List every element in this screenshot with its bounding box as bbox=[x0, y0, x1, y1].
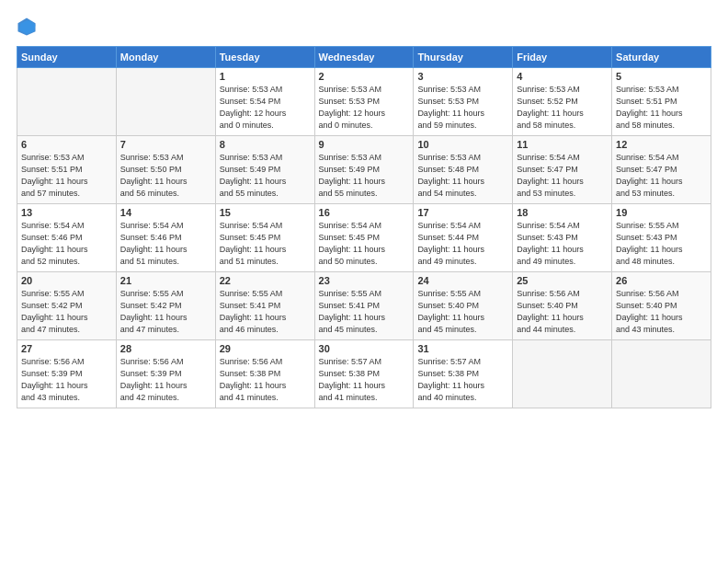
calendar-cell: 23Sunrise: 5:55 AM Sunset: 5:41 PM Dayli… bbox=[314, 272, 414, 340]
day-info: Sunrise: 5:54 AM Sunset: 5:47 PM Dayligh… bbox=[517, 152, 608, 200]
header-row: SundayMondayTuesdayWednesdayThursdayFrid… bbox=[17, 47, 711, 68]
day-info: Sunrise: 5:54 AM Sunset: 5:44 PM Dayligh… bbox=[417, 220, 508, 268]
calendar-cell: 19Sunrise: 5:55 AM Sunset: 5:43 PM Dayli… bbox=[612, 204, 711, 272]
calendar-cell: 7Sunrise: 5:53 AM Sunset: 5:50 PM Daylig… bbox=[116, 136, 215, 204]
day-info: Sunrise: 5:55 AM Sunset: 5:41 PM Dayligh… bbox=[319, 288, 410, 336]
day-number: 21 bbox=[120, 275, 211, 286]
week-row-2: 13Sunrise: 5:54 AM Sunset: 5:46 PM Dayli… bbox=[17, 204, 711, 272]
day-info: Sunrise: 5:53 AM Sunset: 5:48 PM Dayligh… bbox=[417, 152, 508, 200]
day-number: 13 bbox=[21, 207, 112, 218]
calendar-cell: 29Sunrise: 5:56 AM Sunset: 5:38 PM Dayli… bbox=[215, 340, 314, 408]
day-number: 31 bbox=[417, 343, 508, 354]
calendar-cell: 15Sunrise: 5:54 AM Sunset: 5:45 PM Dayli… bbox=[215, 204, 314, 272]
day-info: Sunrise: 5:56 AM Sunset: 5:39 PM Dayligh… bbox=[120, 356, 211, 404]
day-number: 30 bbox=[319, 343, 410, 354]
day-number: 23 bbox=[319, 275, 410, 286]
day-number: 11 bbox=[517, 139, 608, 150]
day-number: 19 bbox=[616, 207, 707, 218]
day-info: Sunrise: 5:55 AM Sunset: 5:43 PM Dayligh… bbox=[616, 220, 707, 268]
day-header-thursday: Thursday bbox=[414, 47, 513, 68]
day-info: Sunrise: 5:53 AM Sunset: 5:49 PM Dayligh… bbox=[220, 152, 311, 200]
day-info: Sunrise: 5:54 AM Sunset: 5:43 PM Dayligh… bbox=[517, 220, 608, 268]
calendar-cell: 11Sunrise: 5:54 AM Sunset: 5:47 PM Dayli… bbox=[513, 136, 612, 204]
day-header-sunday: Sunday bbox=[17, 47, 117, 68]
day-info: Sunrise: 5:55 AM Sunset: 5:42 PM Dayligh… bbox=[120, 288, 211, 336]
day-header-tuesday: Tuesday bbox=[215, 47, 314, 68]
header bbox=[17, 17, 711, 37]
calendar-cell: 26Sunrise: 5:56 AM Sunset: 5:40 PM Dayli… bbox=[612, 272, 711, 340]
calendar-cell: 18Sunrise: 5:54 AM Sunset: 5:43 PM Dayli… bbox=[513, 204, 612, 272]
day-info: Sunrise: 5:54 AM Sunset: 5:45 PM Dayligh… bbox=[220, 220, 311, 268]
day-info: Sunrise: 5:56 AM Sunset: 5:40 PM Dayligh… bbox=[517, 288, 608, 336]
day-number: 27 bbox=[21, 343, 112, 354]
day-number: 22 bbox=[220, 275, 311, 286]
day-info: Sunrise: 5:53 AM Sunset: 5:51 PM Dayligh… bbox=[616, 84, 707, 132]
day-number: 26 bbox=[616, 275, 707, 286]
day-info: Sunrise: 5:54 AM Sunset: 5:46 PM Dayligh… bbox=[21, 220, 112, 268]
day-info: Sunrise: 5:55 AM Sunset: 5:42 PM Dayligh… bbox=[21, 288, 112, 336]
day-info: Sunrise: 5:53 AM Sunset: 5:51 PM Dayligh… bbox=[21, 152, 112, 200]
day-info: Sunrise: 5:53 AM Sunset: 5:53 PM Dayligh… bbox=[319, 84, 410, 132]
calendar-cell bbox=[513, 340, 612, 408]
day-header-wednesday: Wednesday bbox=[314, 47, 414, 68]
day-header-saturday: Saturday bbox=[612, 47, 711, 68]
day-info: Sunrise: 5:54 AM Sunset: 5:45 PM Dayligh… bbox=[319, 220, 410, 268]
day-number: 12 bbox=[616, 139, 707, 150]
day-info: Sunrise: 5:54 AM Sunset: 5:47 PM Dayligh… bbox=[616, 152, 707, 200]
calendar-cell: 6Sunrise: 5:53 AM Sunset: 5:51 PM Daylig… bbox=[17, 136, 117, 204]
day-number: 17 bbox=[417, 207, 508, 218]
calendar-cell: 28Sunrise: 5:56 AM Sunset: 5:39 PM Dayli… bbox=[116, 340, 215, 408]
calendar-cell: 20Sunrise: 5:55 AM Sunset: 5:42 PM Dayli… bbox=[17, 272, 117, 340]
day-info: Sunrise: 5:53 AM Sunset: 5:53 PM Dayligh… bbox=[417, 84, 508, 132]
day-number: 3 bbox=[417, 71, 508, 82]
day-number: 10 bbox=[417, 139, 508, 150]
day-number: 8 bbox=[220, 139, 311, 150]
day-number: 24 bbox=[417, 275, 508, 286]
week-row-3: 20Sunrise: 5:55 AM Sunset: 5:42 PM Dayli… bbox=[17, 272, 711, 340]
day-number: 9 bbox=[319, 139, 410, 150]
day-header-monday: Monday bbox=[116, 47, 215, 68]
calendar-cell: 1Sunrise: 5:53 AM Sunset: 5:54 PM Daylig… bbox=[215, 68, 314, 136]
day-number: 6 bbox=[21, 139, 112, 150]
calendar-cell: 17Sunrise: 5:54 AM Sunset: 5:44 PM Dayli… bbox=[414, 204, 513, 272]
calendar-cell: 3Sunrise: 5:53 AM Sunset: 5:53 PM Daylig… bbox=[414, 68, 513, 136]
logo-icon bbox=[17, 17, 37, 37]
calendar-cell bbox=[116, 68, 215, 136]
calendar-cell: 14Sunrise: 5:54 AM Sunset: 5:46 PM Dayli… bbox=[116, 204, 215, 272]
day-header-friday: Friday bbox=[513, 47, 612, 68]
calendar-cell: 30Sunrise: 5:57 AM Sunset: 5:38 PM Dayli… bbox=[314, 340, 414, 408]
day-number: 7 bbox=[120, 139, 211, 150]
day-info: Sunrise: 5:53 AM Sunset: 5:50 PM Dayligh… bbox=[120, 152, 211, 200]
day-info: Sunrise: 5:53 AM Sunset: 5:49 PM Dayligh… bbox=[319, 152, 410, 200]
calendar-cell: 13Sunrise: 5:54 AM Sunset: 5:46 PM Dayli… bbox=[17, 204, 117, 272]
calendar-cell bbox=[612, 340, 711, 408]
day-number: 18 bbox=[517, 207, 608, 218]
calendar-cell: 10Sunrise: 5:53 AM Sunset: 5:48 PM Dayli… bbox=[414, 136, 513, 204]
calendar-cell bbox=[17, 68, 117, 136]
calendar-cell: 12Sunrise: 5:54 AM Sunset: 5:47 PM Dayli… bbox=[612, 136, 711, 204]
day-number: 16 bbox=[319, 207, 410, 218]
calendar-cell: 8Sunrise: 5:53 AM Sunset: 5:49 PM Daylig… bbox=[215, 136, 314, 204]
page: SundayMondayTuesdayWednesdayThursdayFrid… bbox=[0, 0, 728, 563]
calendar-cell: 22Sunrise: 5:55 AM Sunset: 5:41 PM Dayli… bbox=[215, 272, 314, 340]
calendar-cell: 24Sunrise: 5:55 AM Sunset: 5:40 PM Dayli… bbox=[414, 272, 513, 340]
week-row-0: 1Sunrise: 5:53 AM Sunset: 5:54 PM Daylig… bbox=[17, 68, 711, 136]
day-number: 2 bbox=[319, 71, 410, 82]
logo bbox=[17, 17, 40, 37]
day-number: 15 bbox=[220, 207, 311, 218]
calendar-cell: 25Sunrise: 5:56 AM Sunset: 5:40 PM Dayli… bbox=[513, 272, 612, 340]
day-number: 5 bbox=[616, 71, 707, 82]
day-number: 1 bbox=[220, 71, 311, 82]
day-number: 28 bbox=[120, 343, 211, 354]
calendar-cell: 21Sunrise: 5:55 AM Sunset: 5:42 PM Dayli… bbox=[116, 272, 215, 340]
week-row-4: 27Sunrise: 5:56 AM Sunset: 5:39 PM Dayli… bbox=[17, 340, 711, 408]
day-number: 14 bbox=[120, 207, 211, 218]
day-number: 20 bbox=[21, 275, 112, 286]
calendar-cell: 5Sunrise: 5:53 AM Sunset: 5:51 PM Daylig… bbox=[612, 68, 711, 136]
day-info: Sunrise: 5:55 AM Sunset: 5:41 PM Dayligh… bbox=[220, 288, 311, 336]
day-number: 29 bbox=[220, 343, 311, 354]
day-info: Sunrise: 5:56 AM Sunset: 5:40 PM Dayligh… bbox=[616, 288, 707, 336]
calendar-cell: 27Sunrise: 5:56 AM Sunset: 5:39 PM Dayli… bbox=[17, 340, 117, 408]
calendar-cell: 2Sunrise: 5:53 AM Sunset: 5:53 PM Daylig… bbox=[314, 68, 414, 136]
calendar-cell: 9Sunrise: 5:53 AM Sunset: 5:49 PM Daylig… bbox=[314, 136, 414, 204]
